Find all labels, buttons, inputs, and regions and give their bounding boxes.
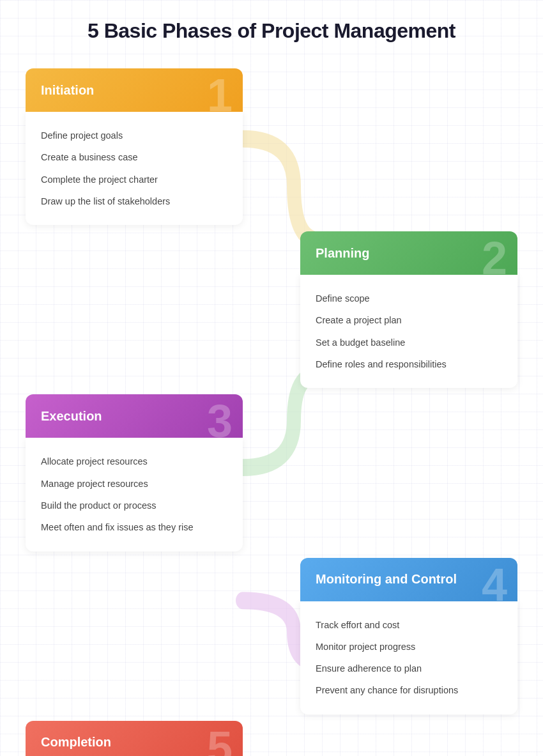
list-item: Meet often and fix issues as they rise bbox=[41, 516, 227, 538]
phase-completion-number: 5 bbox=[207, 725, 233, 756]
list-item: Prevent any chance for disruptions bbox=[316, 679, 502, 701]
phase-completion-label: Completion bbox=[41, 735, 111, 750]
phase-monitoring-number: 4 bbox=[482, 562, 507, 601]
phase-planning: Planning 2 Define scope Create a project… bbox=[300, 231, 517, 388]
list-item: Define scope bbox=[316, 288, 502, 309]
phase-monitoring: Monitoring and Control 4 Track effort an… bbox=[300, 558, 517, 714]
list-item: Ensure adherence to plan bbox=[316, 658, 502, 679]
phase-planning-number: 2 bbox=[482, 235, 507, 275]
phase-monitoring-label: Monitoring and Control bbox=[316, 572, 457, 587]
phase-planning-label: Planning bbox=[316, 246, 369, 261]
phase-planning-list: Define scope Create a project plan Set a… bbox=[316, 288, 502, 375]
list-item: Manage project resources bbox=[41, 473, 227, 495]
phase-initiation-label: Initiation bbox=[41, 83, 94, 98]
phase-initiation-number: 1 bbox=[207, 72, 233, 112]
phase-execution: Execution 3 Allocate project resources M… bbox=[26, 394, 243, 551]
list-item: Allocate project resources bbox=[41, 451, 227, 472]
phase-completion: Completion 5 Handover deliverables Revie… bbox=[26, 721, 243, 756]
list-item: Create a business case bbox=[41, 146, 227, 168]
phase-initiation: Initiation 1 Define project goals Create… bbox=[26, 68, 243, 225]
phase-execution-list: Allocate project resources Manage projec… bbox=[41, 451, 227, 538]
list-item: Track effort and cost bbox=[316, 614, 502, 636]
list-item: Create a project plan bbox=[316, 309, 502, 331]
list-item: Define roles and responsibilities bbox=[316, 353, 502, 375]
list-item: Define project goals bbox=[41, 125, 227, 146]
phase-monitoring-list: Track effort and cost Monitor project pr… bbox=[316, 614, 502, 702]
list-item: Build the product or process bbox=[41, 495, 227, 516]
phase-initiation-list: Define project goals Create a business c… bbox=[41, 125, 227, 212]
phase-execution-label: Execution bbox=[41, 409, 102, 424]
phase-execution-number: 3 bbox=[207, 398, 233, 438]
page-title: 5 Basic Phases of Project Management bbox=[26, 19, 517, 43]
list-item: Complete the project charter bbox=[41, 169, 227, 190]
list-item: Monitor project progress bbox=[316, 636, 502, 658]
list-item: Draw up the list of stakeholders bbox=[41, 190, 227, 212]
list-item: Set a budget baseline bbox=[316, 332, 502, 353]
